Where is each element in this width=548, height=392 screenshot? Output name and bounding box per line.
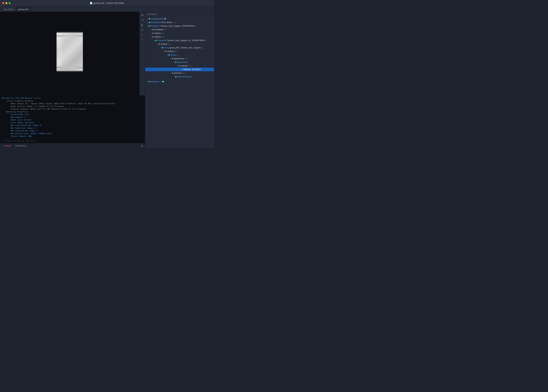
children-root-dot xyxy=(152,36,153,37)
shape-label: Shape ⊕ xyxy=(171,54,178,56)
tree-node-children-group[interactable]: children ⇄ ↺ xyxy=(145,49,214,53)
title-bar: 📄 gummy.x3d - Sunrize X3D Editor xyxy=(0,0,214,6)
console-line-6: Antialiased: true xyxy=(2,113,143,116)
background-eye-icon: 👁 xyxy=(172,21,174,23)
geometry-prop-dot xyxy=(172,72,173,74)
tree-node-translation[interactable]: translation ⇄ ↺ xyxy=(145,28,214,31)
bottom-tab-script-editor[interactable]: Script Editor xyxy=(13,144,28,148)
tree-node-children-inner[interactable]: children ⇄ ↺ xyxy=(145,42,214,46)
group-arrow[interactable] xyxy=(160,47,162,49)
tree-node-material-node[interactable]: Material OUTMAT1 xyxy=(145,68,214,71)
nav-info-dot xyxy=(149,18,150,19)
rotation-arrow[interactable] xyxy=(150,32,152,34)
transform-root-label: Transform Tütchen_rissc_mappes_TRANSFORM… xyxy=(151,25,196,27)
tree-node-rotation[interactable]: rotation ⇄ ↺ xyxy=(145,31,214,35)
window-controls xyxy=(2,2,11,4)
transform-inner-dot xyxy=(155,40,157,41)
bottom-tab-console[interactable]: Console xyxy=(2,144,13,148)
tree-node-transform-root[interactable]: Transform Tütchen_rissc_mappes_TRANSFORM… xyxy=(145,24,214,28)
scene-tree: NavigationInfo ✦ Background WO_World 👁 ⊙ xyxy=(145,16,214,84)
tree-node-children-root[interactable]: children ⇄ ↺ xyxy=(145,35,214,39)
maximize-button[interactable] xyxy=(8,2,11,4)
tree-node-viewpoint[interactable]: Viewpoint ⊙ ✦ xyxy=(145,80,214,84)
transform-inner-link-icon: ⊕ xyxy=(205,40,206,42)
console-area: Welcome to X_ITE X3D Browser v9.5.2: Cur… xyxy=(0,95,145,143)
minimize-button[interactable] xyxy=(6,2,7,4)
appearance-prop-arrows-icon: ⇄ xyxy=(185,58,186,59)
play-button[interactable]: ▶ xyxy=(140,23,144,27)
select-tool-button[interactable] xyxy=(140,18,144,22)
tree-node-shape[interactable]: Shape ⊕ xyxy=(145,53,214,57)
svg-point-1 xyxy=(142,30,143,30)
console-line-10: Max clip planes per shape: 6 xyxy=(2,124,143,127)
window-title: 📄 gummy.x3d - Sunrize X3D Editor xyxy=(90,2,124,4)
material-prop-label: material ⇄ ↺ xyxy=(180,65,191,67)
hamburger-menu-icon[interactable]: ☰ xyxy=(141,145,143,147)
material-prop-dot xyxy=(178,65,180,66)
ifs-dot xyxy=(175,76,176,77)
tree-node-transform-inner[interactable]: Transform Tütchen_rissc_mappes_ifs_TRANS… xyxy=(145,39,214,42)
tree-node-material-prop[interactable]: material ⇄ ↺ xyxy=(145,64,214,68)
effect-tool-button[interactable]: ♨ xyxy=(140,33,144,37)
console-input-field[interactable] xyxy=(3,140,144,142)
children-group-arrow[interactable] xyxy=(163,50,165,52)
children-inner-label: children ⇄ ↺ xyxy=(161,43,172,45)
nav-info-arrow[interactable] xyxy=(146,18,149,20)
file-icon: 📄 xyxy=(90,2,93,4)
geometry-prop-arrow[interactable] xyxy=(170,72,172,74)
left-panel: ▶ ♨ ✎ Welcome to X_ITE X3D Brow xyxy=(0,12,145,148)
gummy-body xyxy=(57,33,83,71)
tree-node-background[interactable]: Background WO_World 👁 ⊙ xyxy=(145,21,214,24)
geometry-prop-label: geometry ⇄ ↺ xyxy=(174,72,186,74)
camera-tool-button[interactable] xyxy=(140,28,144,32)
appearance-node-arrow[interactable] xyxy=(173,61,175,63)
tree-node-appearance-node[interactable]: Appearance xyxy=(145,60,214,64)
children-inner-arrow[interactable] xyxy=(156,43,159,45)
tree-node-indexed-face-set[interactable]: IndexedFaceSet xyxy=(145,75,214,78)
tab-close-icon[interactable]: ✕ xyxy=(29,8,31,10)
tree-node-appearance-prop[interactable]: appearance ⇄ ↺ xyxy=(145,57,214,60)
appearance-node-dot xyxy=(175,62,176,63)
material-node-dot xyxy=(182,69,183,70)
tab-gummy-label: gummy.x3d xyxy=(18,8,28,11)
scene-tree-scroll[interactable]: NavigationInfo ✦ Background WO_World 👁 ⊙ xyxy=(145,16,214,148)
appearance-prop-label: appearance ⇄ ↺ xyxy=(174,57,188,60)
shape-arrow[interactable] xyxy=(166,54,169,56)
tab-new-scene[interactable]: New Scene xyxy=(2,7,16,12)
close-button[interactable] xyxy=(2,2,4,4)
console-line-4: Shading language: WebGL GLSL ES 3.00 (Op… xyxy=(2,108,143,111)
console-line-14: Texture memory: NaN xyxy=(2,135,143,138)
tree-node-group[interactable]: Group group_ME_Tütchen_rissc_mappes ⊕ xyxy=(145,46,214,49)
tree-node-nav-info[interactable]: NavigationInfo ✦ xyxy=(145,17,214,21)
translation-arrow[interactable] xyxy=(150,28,152,31)
edit-tool-button[interactable]: ✎ xyxy=(140,38,144,42)
appearance-prop-dot xyxy=(172,58,173,59)
console-welcome-line: Welcome to X_ITE X3D Browser v9.5.2: xyxy=(2,97,143,100)
children-root-arrow[interactable] xyxy=(150,36,152,38)
group-dot xyxy=(162,47,163,48)
viewpoint-arrow[interactable] xyxy=(146,80,149,83)
transform-link-icon: ⊕ xyxy=(195,25,196,27)
material-prop-arrow[interactable] xyxy=(176,65,178,67)
background-arrow[interactable] xyxy=(146,21,149,23)
translation-label: translation ⇄ ↺ xyxy=(154,28,167,31)
3d-viewport-object xyxy=(57,33,83,71)
transform-root-arrow[interactable] xyxy=(146,25,149,27)
translation-arrows-icon: ⇄ xyxy=(164,29,165,30)
shape-link-icon: ⊕ xyxy=(177,54,178,56)
viewpoint-dot xyxy=(149,81,150,82)
tab-gummy[interactable]: gummy.x3d ✕ xyxy=(16,7,32,12)
material-prop-arrows-icon: ⇄ xyxy=(188,65,190,67)
ifs-label: IndexedFaceSet xyxy=(177,76,191,78)
viewport[interactable] xyxy=(0,12,139,95)
transform-inner-arrow[interactable] xyxy=(153,39,155,42)
shape-dot xyxy=(169,54,170,56)
tab-bar: New Scene gummy.x3d ✕ xyxy=(0,6,214,12)
children-arrows-icon: ⇄ xyxy=(162,36,163,38)
children-group-dot xyxy=(165,51,166,52)
console-line-9: Color depth: 128 bits xyxy=(2,121,143,124)
pointer-tool-button[interactable] xyxy=(140,13,144,17)
appearance-prop-arrow[interactable] xyxy=(170,57,172,60)
console-line-5: Rendering Properties xyxy=(2,111,143,113)
tree-node-geometry-prop[interactable]: geometry ⇄ ↺ xyxy=(145,71,214,75)
